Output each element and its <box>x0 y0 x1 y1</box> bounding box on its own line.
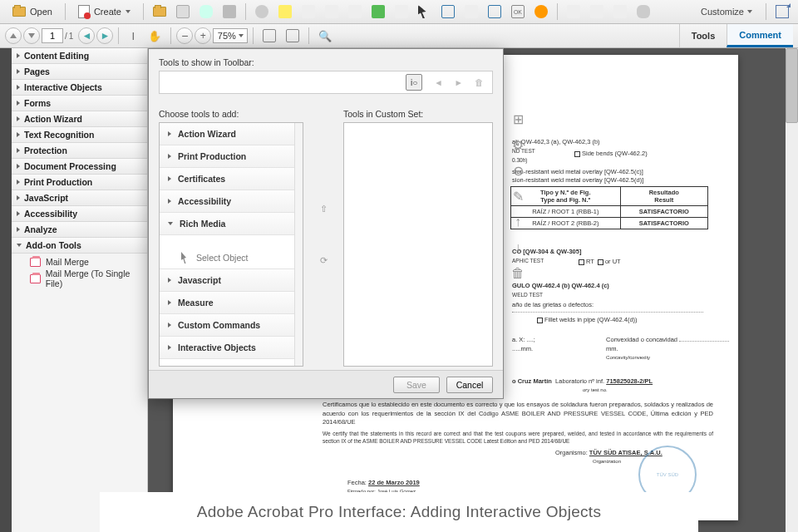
cancel-button[interactable]: Cancel <box>446 377 493 393</box>
vertical-scrollbar[interactable] <box>786 48 798 532</box>
divider-icon[interactable]: ⊝ <box>510 163 525 178</box>
acc-javascript[interactable]: Javascript <box>160 269 303 292</box>
panel-protection[interactable]: Protection <box>12 143 147 159</box>
add-set-icon[interactable]: ⊞ <box>510 111 525 126</box>
panel-document-processing[interactable]: Document Processing <box>12 159 147 175</box>
tools-tab[interactable]: Tools <box>679 24 727 47</box>
caret-down-icon <box>747 10 752 13</box>
side-tool-rail: ⊞ ⚙ ⊝ ✎ ↑ ↓ 🗑 <box>505 111 530 281</box>
cursor-icon[interactable] <box>414 2 436 21</box>
arrow-up-icon <box>10 33 17 38</box>
acc-certificates[interactable]: Certificates <box>160 168 303 190</box>
panel-analyze[interactable]: Analyze <box>12 222 147 238</box>
acc-print-production[interactable]: Print Production <box>160 145 303 168</box>
panel-accessibility[interactable]: Accessibility <box>12 206 147 222</box>
save-icon[interactable] <box>172 2 194 21</box>
customize-label: Customize <box>701 7 744 17</box>
user-icon[interactable] <box>530 2 552 21</box>
panel-interactive-objects[interactable]: Interactive Objects <box>12 80 147 96</box>
tool-icon-2[interactable] <box>321 2 342 21</box>
panel-javascript[interactable]: JavaScript <box>12 190 147 206</box>
tool-icon-10[interactable] <box>609 2 631 21</box>
tool-icon-9[interactable] <box>586 2 608 21</box>
caption-text: Adobe Acrobat Pro Interface: Adding Inte… <box>197 503 602 521</box>
hand-tool[interactable]: ✋ <box>144 27 165 45</box>
customize-button[interactable]: Customize <box>692 7 761 17</box>
open-folder-icon[interactable] <box>149 2 170 21</box>
folder-icon <box>12 7 26 17</box>
cloud-icon[interactable] <box>195 2 217 21</box>
panel-pages[interactable]: Pages <box>12 64 147 80</box>
choose-label: Choose tools to add: <box>159 109 303 119</box>
save-button[interactable]: Save <box>393 377 440 393</box>
page-down-button[interactable] <box>23 27 40 44</box>
gear-icon[interactable] <box>251 2 273 21</box>
preview-icon-button[interactable]: i○ <box>406 74 422 91</box>
acc-interactive-objects[interactable]: Interactive Objects <box>160 337 303 359</box>
nav-toolbar: / 1 ◄ ► I ✋ − + 75% 🔍 Tools Comment <box>0 24 798 48</box>
fullscreen-button[interactable] <box>771 2 793 21</box>
trash-icon[interactable]: 🗑 <box>475 77 484 87</box>
navpane-strip[interactable] <box>0 48 12 532</box>
toolbar-preview: i○ ◄ ► 🗑 <box>159 71 493 94</box>
remove-from-set-button[interactable]: ⟳ <box>314 251 332 269</box>
item-select-object[interactable]: Select Object <box>160 247 303 269</box>
page-number-input[interactable] <box>42 28 63 43</box>
find-icon[interactable]: 🔍 <box>314 27 336 45</box>
list-scrollbar[interactable] <box>294 123 303 366</box>
zoom-in-button[interactable]: + <box>195 27 211 44</box>
panel-content-editing[interactable]: Content Editing <box>12 48 147 64</box>
acc-accessibility[interactable]: Accessibility <box>160 190 303 213</box>
prev-icon[interactable]: ◄ <box>434 77 442 87</box>
trash-icon[interactable]: 🗑 <box>510 266 525 281</box>
link-icon[interactable] <box>633 2 654 21</box>
separator <box>253 27 254 44</box>
ok-icon[interactable]: OK <box>507 2 529 21</box>
fit-width-icon[interactable] <box>259 27 280 45</box>
acc-action-wizard[interactable]: Action Wizard <box>160 123 303 145</box>
cursor-icon <box>181 252 190 264</box>
nav-prev-view[interactable]: ◄ <box>78 27 95 44</box>
acc-measure[interactable]: Measure <box>160 292 303 314</box>
comment-icon[interactable] <box>274 2 296 21</box>
tool-icon-6[interactable] <box>461 2 482 21</box>
print-icon[interactable] <box>219 2 240 21</box>
next-icon[interactable]: ► <box>455 77 463 87</box>
acc-custom-commands[interactable]: Custom Commands <box>160 314 303 337</box>
panel-action-wizard[interactable]: Action Wizard <box>12 111 147 127</box>
page-up-button[interactable] <box>5 27 22 44</box>
separator <box>308 27 309 44</box>
right-tabs: Tools Comment <box>679 24 793 47</box>
choose-tools-list[interactable]: Action Wizard Print Production Certifica… <box>159 122 303 367</box>
acc-rich-media[interactable]: Rich Media <box>160 213 303 235</box>
zoom-field[interactable]: 75% <box>213 28 248 43</box>
add-to-set-button[interactable]: ⇧ <box>314 200 332 218</box>
panel-addon-tools[interactable]: Add-on Tools <box>12 238 147 254</box>
tool-icon-5[interactable] <box>391 2 412 21</box>
create-button[interactable]: Create <box>71 2 138 21</box>
tool-icon-1[interactable] <box>298 2 319 21</box>
panel-text-recognition[interactable]: Text Recognition <box>12 127 147 143</box>
zoom-out-button[interactable]: − <box>176 27 193 44</box>
tool-icon-3[interactable] <box>344 2 366 21</box>
tool-icon-7[interactable] <box>484 2 505 21</box>
custom-set-list[interactable] <box>343 122 493 367</box>
fit-page-icon[interactable] <box>282 27 303 45</box>
comment-tab[interactable]: Comment <box>727 24 793 47</box>
select-tool[interactable]: I <box>124 27 142 45</box>
gear-icon[interactable]: ⚙ <box>510 137 525 152</box>
panel-forms[interactable]: Forms <box>12 96 147 111</box>
panel-print-production[interactable]: Print Production <box>12 175 147 190</box>
tool-icon-4[interactable] <box>367 2 389 21</box>
edit-icon[interactable]: ✎ <box>510 189 525 204</box>
nav-next-view[interactable]: ► <box>96 27 113 44</box>
separator <box>245 3 246 20</box>
tool-icon-8[interactable] <box>563 2 584 21</box>
text-tool-icon[interactable] <box>437 2 459 21</box>
addon-mail-merge[interactable]: Mail Merge <box>12 254 147 270</box>
caret-down-icon <box>239 34 244 37</box>
open-button[interactable]: Open <box>5 2 60 21</box>
addon-mail-merge-single[interactable]: Mail Merge (To Single File) <box>12 270 147 287</box>
move-down-icon[interactable]: ↓ <box>510 240 525 255</box>
move-up-icon[interactable]: ↑ <box>510 214 525 229</box>
